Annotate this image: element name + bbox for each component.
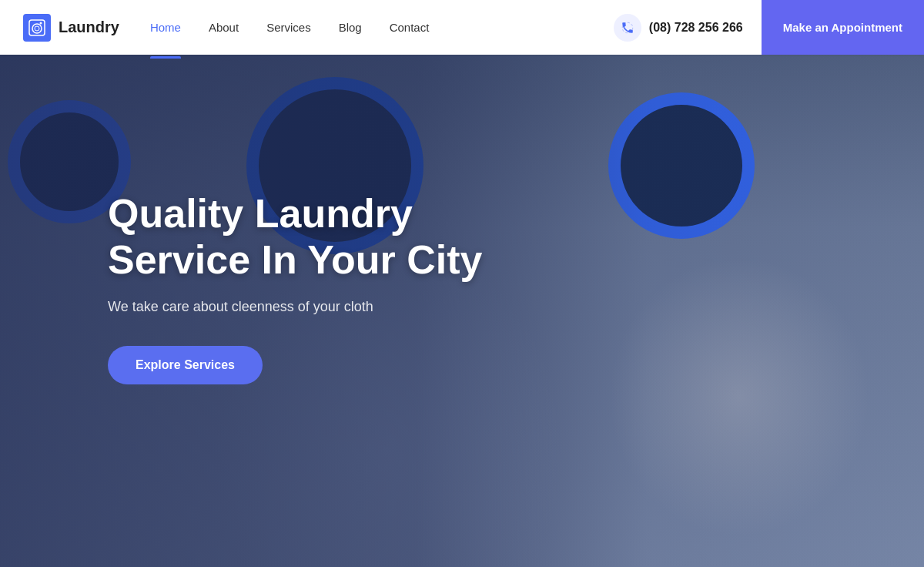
nav-item-services[interactable]: Services bbox=[266, 21, 311, 35]
phone-icon bbox=[614, 14, 641, 42]
washer-icon bbox=[23, 14, 51, 42]
explore-services-button[interactable]: Explore Services bbox=[108, 346, 263, 384]
svg-point-1 bbox=[32, 24, 42, 33]
hero-title-line1: Quality Laundry bbox=[108, 191, 413, 236]
nav-link-about[interactable]: About bbox=[209, 21, 239, 37]
hero-subtitle: We take care about cleenness of your clo… bbox=[108, 299, 924, 315]
svg-point-3 bbox=[40, 22, 42, 24]
nav-item-about[interactable]: About bbox=[209, 21, 239, 35]
hero-content: Quality Laundry Service In Your City We … bbox=[0, 55, 924, 567]
nav-item-home[interactable]: Home bbox=[150, 21, 181, 35]
nav-item-blog[interactable]: Blog bbox=[339, 21, 362, 35]
hero-title-line2: Service In Your City bbox=[108, 237, 482, 282]
nav-link-contact[interactable]: Contact bbox=[390, 21, 430, 37]
appointment-button[interactable]: Make an Appointment bbox=[762, 0, 924, 55]
brand-name: Laundry bbox=[59, 18, 119, 36]
phone-number: (08) 728 256 266 bbox=[649, 21, 743, 35]
page: Laundry Home About Services Blog Contact bbox=[0, 0, 924, 567]
nav-link-services[interactable]: Services bbox=[266, 21, 311, 37]
svg-point-2 bbox=[35, 26, 39, 31]
nav-link-home[interactable]: Home bbox=[150, 21, 181, 37]
navbar: Laundry Home About Services Blog Contact bbox=[0, 0, 924, 55]
nav-item-contact[interactable]: Contact bbox=[390, 21, 430, 35]
hero-title: Quality Laundry Service In Your City bbox=[108, 191, 539, 284]
logo[interactable]: Laundry bbox=[23, 14, 119, 42]
hero-section: Quality Laundry Service In Your City We … bbox=[0, 0, 924, 567]
nav-link-blog[interactable]: Blog bbox=[339, 21, 362, 37]
nav-left: Laundry Home About Services Blog Contact bbox=[23, 14, 429, 42]
nav-right: (08) 728 256 266 Make an Appointment bbox=[595, 0, 924, 55]
nav-links: Home About Services Blog Contact bbox=[150, 21, 429, 35]
phone-section: (08) 728 256 266 bbox=[595, 14, 762, 42]
